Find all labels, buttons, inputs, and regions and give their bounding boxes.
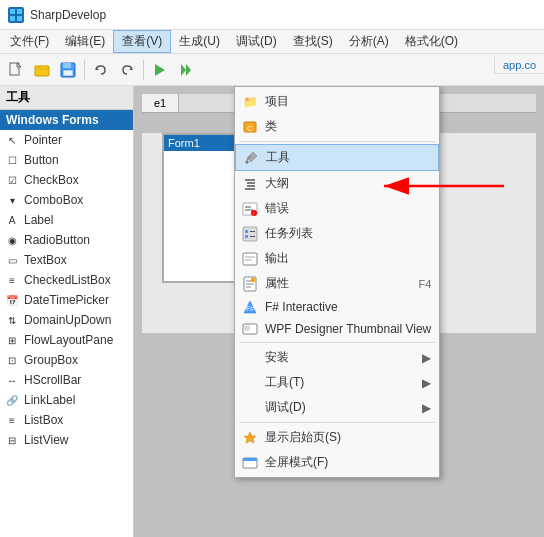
toolbox-item-icon: ⊞ [4,332,20,348]
toolbar-save[interactable] [56,58,80,82]
toolbox-item[interactable]: ▭TextBox [0,250,133,270]
dropdown-item-outline[interactable]: 大纲 [235,171,439,196]
right-area: e1 Form1 × 📁 项目 C 类 工具 [134,86,544,537]
toolbox-item-label: Label [24,213,53,227]
dropdown-icon [241,250,259,268]
dropdown-item-label: 项目 [265,93,289,110]
form-title: Form1 [168,137,200,149]
menu-search[interactable]: 查找(S) [285,30,341,53]
toolbar-undo[interactable] [89,58,113,82]
toolbox-item[interactable]: ≡CheckedListBox [0,270,133,290]
toolbox-item-icon: ⊡ [4,352,20,368]
dropdown-item-fsharp[interactable]: F# F# Interactive [235,296,439,318]
svg-marker-9 [155,64,165,76]
toolbox-item-icon: ≡ [4,272,20,288]
dropdown-item-wpf[interactable]: WPF Designer Thumbnail View [235,318,439,340]
svg-rect-0 [10,9,15,14]
toolbox-item[interactable]: ↖Pointer [0,130,133,150]
toolbox-item-icon: ▭ [4,252,20,268]
menu-file[interactable]: 文件(F) [2,30,57,53]
dropdown-item-label: F# Interactive [265,300,338,314]
dropdown-item-label: 工具(T) [265,374,304,391]
toolbox-item-icon: ▾ [4,192,20,208]
toolbox-item[interactable]: ALabel [0,210,133,230]
toolbox-item-icon: A [4,212,20,228]
toolbox-item[interactable]: ◉RadioButton [0,230,133,250]
svg-text:C: C [247,124,253,133]
submenu-arrow: ▶ [422,376,431,390]
dropdown-item-output[interactable]: 输出 [235,246,439,271]
dropdown-item-tools2[interactable]: 工具(T) ▶ [235,370,439,395]
toolbox-category[interactable]: Windows Forms [0,110,133,130]
toolbox-items-list: ↖Pointer☐Button☑CheckBox▾ComboBoxALabel◉… [0,130,133,450]
dropdown-icon [241,454,259,472]
toolbox-item[interactable]: ☑CheckBox [0,170,133,190]
toolbar-run2[interactable] [174,58,198,82]
dropdown-item-debug[interactable]: 调试(D) ▶ [235,395,439,420]
dropdown-item-label: 错误 [265,200,289,217]
toolbox-item-icon: ☐ [4,152,20,168]
toolbox-item-label: ComboBox [24,193,83,207]
toolbox-item[interactable]: ▾ComboBox [0,190,133,210]
toolbar: app.co [0,54,544,86]
dropdown-item-label: 显示启始页(S) [265,429,341,446]
dropdown-item-label: 安装 [265,349,289,366]
toolbox-item[interactable]: 🔗LinkLabel [0,390,133,410]
dropdown-separator [239,342,435,343]
svg-rect-25 [245,230,248,233]
toolbox-item[interactable]: 📅DateTimePicker [0,290,133,310]
menu-format[interactable]: 格式化(O) [397,30,466,53]
dropdown-icon [242,149,260,167]
toolbox-item-icon: ↖ [4,132,20,148]
dropdown-item-fullscreen[interactable]: 全屏模式(F) [235,450,439,475]
toolbar-run[interactable] [148,58,172,82]
toolbar-sep-2 [143,60,144,80]
toolbox-item[interactable]: ⊡GroupBox [0,350,133,370]
toolbar-redo[interactable] [115,58,139,82]
toolbox-panel: 工具 Windows Forms ↖Pointer☐Button☑CheckBo… [0,86,134,537]
dropdown-item-properties[interactable]: 属性 F4 [235,271,439,296]
toolbox-item[interactable]: ⇅DomainUpDown [0,310,133,330]
svg-rect-43 [243,458,257,461]
menu-analyze[interactable]: 分析(A) [341,30,397,53]
dropdown-icon [241,275,259,293]
toolbox-item[interactable]: ⊞FlowLayoutPane [0,330,133,350]
menu-edit[interactable]: 编辑(E) [57,30,113,53]
toolbox-item-label: TextBox [24,253,67,267]
dropdown-icon: F# [241,298,259,316]
svg-rect-7 [63,63,71,68]
dropdown-icon: C [241,118,259,136]
toolbox-item[interactable]: ⊟ListView [0,430,133,450]
menubar: 文件(F) 编辑(E) 查看(V) 生成(U) 调试(D) 查找(S) 分析(A… [0,30,544,54]
dropdown-item-label: 工具 [266,149,290,166]
toolbox-item-icon: ◉ [4,232,20,248]
form-tab[interactable]: e1 [142,94,179,112]
dropdown-item-label: 类 [265,118,277,135]
dropdown-item-class[interactable]: C 类 [235,114,439,139]
toolbox-item[interactable]: ↔HScrollBar [0,370,133,390]
toolbox-item-icon: ☑ [4,172,20,188]
dropdown-item-startpage[interactable]: 显示启始页(S) [235,425,439,450]
toolbox-item[interactable]: ≡ListBox [0,410,133,430]
submenu-arrow: ▶ [422,351,431,365]
svg-rect-24 [243,227,257,241]
toolbox-item[interactable]: ☐Button [0,150,133,170]
toolbox-title: 工具 [0,86,133,110]
dropdown-icon: 📁 [241,93,259,111]
menu-build[interactable]: 生成(U) [171,30,228,53]
svg-rect-27 [245,235,248,238]
dropdown-item-errors[interactable]: ! 错误 [235,196,439,221]
dropdown-item-tasklist[interactable]: 任务列表 [235,221,439,246]
dropdown-icon [241,175,259,193]
menu-view[interactable]: 查看(V) [113,30,171,53]
menu-debug[interactable]: 调试(D) [228,30,285,53]
toolbar-new[interactable] [4,58,28,82]
dropdown-item-install[interactable]: 安装 ▶ [235,345,439,370]
submenu-arrow: ▶ [422,401,431,415]
dropdown-item-tools[interactable]: 工具 [235,144,439,171]
dropdown-icon [241,429,259,447]
app-text-top: app.co [494,57,544,74]
toolbar-open[interactable] [30,58,54,82]
dropdown-item-project[interactable]: 📁 项目 [235,89,439,114]
dropdown-item-label: 全屏模式(F) [265,454,328,471]
